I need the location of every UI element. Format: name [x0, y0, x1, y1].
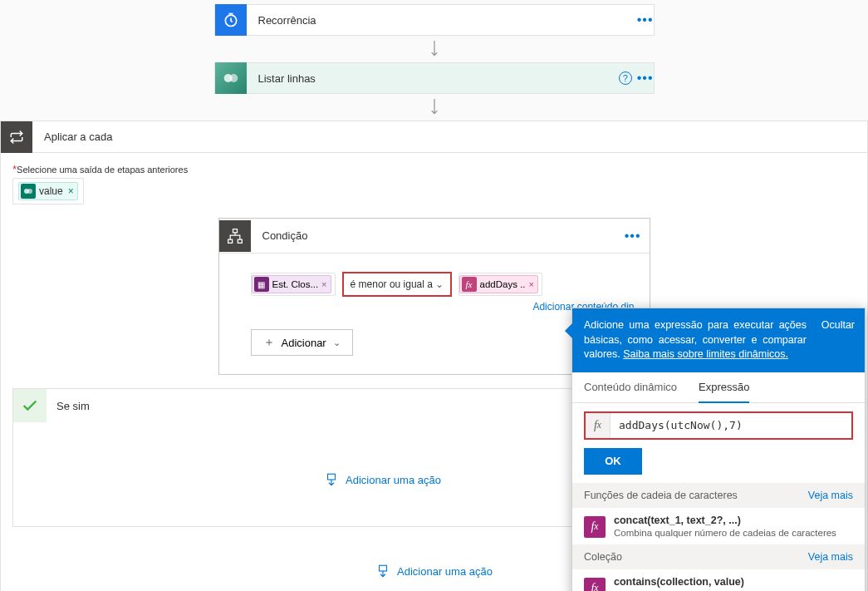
expression-input[interactable]	[611, 419, 851, 431]
token-estclose[interactable]: ▦ Est. Clos... ×	[252, 275, 331, 293]
branch-title: Se sim	[56, 400, 90, 412]
chevron-down-icon: ⌄	[333, 337, 341, 348]
token-adddays[interactable]: fx addDays .. ×	[459, 275, 538, 293]
svg-rect-7	[238, 239, 242, 243]
arrow-down-icon	[0, 94, 868, 121]
tab-expression[interactable]: Expressão	[699, 372, 749, 403]
section-string-functions: Funções de cadeia de caracteres Veja mai…	[572, 483, 865, 508]
add-step-icon	[324, 472, 339, 487]
more-icon[interactable]: •••	[637, 12, 654, 27]
entity-icon: ▦	[254, 277, 269, 292]
svg-rect-9	[380, 565, 387, 571]
add-action-button[interactable]: Adicionar uma ação	[324, 472, 441, 487]
condition-right-operand[interactable]: fx addDays .. ×	[459, 273, 542, 296]
condition-left-operand[interactable]: ▦ Est. Clos... ×	[251, 273, 336, 296]
function-contains[interactable]: fx contains(collection, value) Retornará…	[572, 569, 865, 592]
plus-icon: ＋	[263, 335, 275, 350]
step-title: Condição	[262, 229, 625, 242]
tab-dynamic-content[interactable]: Conteúdo dinâmico	[584, 372, 677, 402]
condition-header[interactable]: Condição •••	[219, 219, 650, 254]
clock-icon	[215, 4, 247, 36]
fx-icon: fx	[462, 277, 477, 292]
remove-token-icon[interactable]: ×	[529, 279, 534, 289]
add-step-icon	[375, 564, 390, 579]
check-icon	[13, 389, 47, 422]
expression-input-wrapper: fx	[584, 411, 853, 440]
dataverse-icon	[21, 184, 36, 199]
arrow-down-icon	[0, 36, 868, 62]
see-more-link[interactable]: Veja mais	[808, 551, 853, 563]
flyout-tabs: Conteúdo dinâmico Expressão	[572, 372, 865, 403]
link-label: Adicionar uma ação	[346, 474, 441, 486]
dataverse-icon	[215, 62, 247, 94]
learn-more-link[interactable]: Saiba mais sobre limites dinâmicos.	[623, 348, 788, 360]
ok-button[interactable]: OK	[584, 448, 642, 475]
more-icon[interactable]: •••	[637, 71, 654, 86]
section-collection: Coleção Veja mais	[572, 544, 865, 569]
fx-icon: fx	[584, 516, 606, 538]
function-signature: contains(collection, value)	[614, 576, 853, 588]
section-title: Coleção	[584, 551, 622, 563]
see-more-link[interactable]: Veja mais	[808, 490, 853, 501]
svg-rect-6	[228, 239, 232, 243]
add-action-button[interactable]: Adicionar uma ação	[375, 564, 493, 579]
step-title: Listar linhas	[258, 72, 619, 85]
remove-token-icon[interactable]: ×	[321, 279, 326, 289]
token-value[interactable]: value ×	[18, 182, 78, 200]
foreach-header[interactable]: Aplicar a cada	[1, 121, 867, 153]
button-label: Adicionar	[282, 337, 326, 349]
chevron-down-icon: ⌄	[435, 278, 444, 290]
expression-flyout: Adicione uma expressão para executar açõ…	[571, 308, 866, 591]
svg-point-2	[229, 74, 238, 82]
token-label: addDays ..	[480, 279, 526, 289]
condition-operator-dropdown[interactable]: é menor ou igual a ⌄	[342, 272, 452, 297]
function-description: Combina qualquer número de cadeias de ca…	[614, 528, 836, 538]
add-condition-button[interactable]: ＋ Adicionar ⌄	[251, 329, 353, 356]
condition-icon	[219, 220, 251, 252]
more-icon[interactable]: •••	[625, 229, 641, 244]
link-label: Adicionar uma ação	[397, 565, 493, 578]
step-recurrence[interactable]: Recorrência •••	[214, 4, 655, 36]
remove-token-icon[interactable]: ×	[68, 185, 74, 197]
svg-point-4	[27, 189, 32, 194]
fx-icon: fx	[586, 413, 611, 438]
function-concat[interactable]: fx concat(text_1, text_2?, ...) Combina …	[572, 508, 865, 544]
flyout-caret	[565, 323, 573, 339]
token-label: value	[39, 185, 63, 197]
step-title: Recorrência	[258, 14, 637, 27]
step-title: Aplicar a cada	[44, 131, 859, 143]
section-title: Funções de cadeia de caracteres	[584, 490, 738, 501]
foreach-input[interactable]: value ×	[12, 178, 84, 204]
operator-label: é menor ou igual a	[351, 278, 433, 290]
fx-icon: fx	[584, 578, 606, 592]
field-label: Selecione uma saída de etapas anteriores	[17, 165, 188, 175]
step-list-rows[interactable]: Listar linhas ? •••	[214, 62, 655, 94]
loop-icon	[1, 121, 32, 153]
hide-flyout-link[interactable]: Ocultar	[821, 318, 855, 333]
flyout-header: Adicione uma expressão para executar açõ…	[572, 308, 865, 372]
svg-rect-5	[233, 229, 237, 232]
svg-rect-8	[328, 474, 336, 480]
token-label: Est. Clos...	[272, 279, 319, 289]
function-signature: concat(text_1, text_2?, ...)	[614, 515, 836, 526]
help-icon[interactable]: ?	[619, 71, 632, 85]
